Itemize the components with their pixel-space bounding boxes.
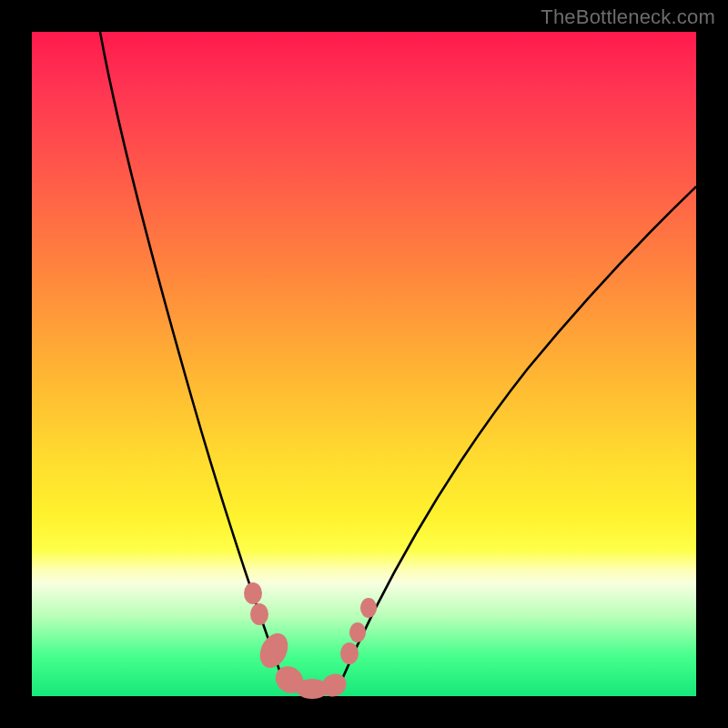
svg-point-1 xyxy=(250,603,268,625)
chart-frame: TheBottleneck.com xyxy=(0,0,728,728)
svg-point-6 xyxy=(340,642,359,664)
svg-point-0 xyxy=(244,582,262,604)
curve-layer xyxy=(32,32,696,696)
svg-point-7 xyxy=(349,622,366,642)
watermark-text: TheBottleneck.com xyxy=(541,5,715,29)
svg-point-2 xyxy=(255,629,294,672)
valley-markers xyxy=(244,582,377,701)
right-curve xyxy=(339,187,696,685)
svg-point-8 xyxy=(360,598,377,618)
